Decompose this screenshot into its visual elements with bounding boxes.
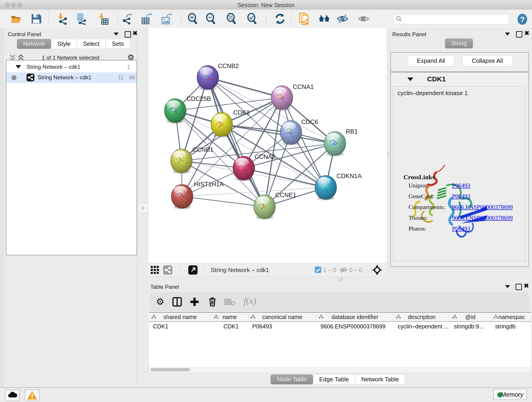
splitter-grip[interactable] xyxy=(139,204,147,212)
crosslink-link[interactable]: 9606.ENSP00000378699 xyxy=(452,215,513,221)
refresh-icon[interactable] xyxy=(274,13,286,25)
network-tree-parent-row[interactable]: String Network – cdk1 1 xyxy=(6,62,137,72)
cloud-button[interactable] xyxy=(5,390,20,401)
splitter-grip[interactable] xyxy=(338,277,343,281)
export-image-icon[interactable] xyxy=(161,13,172,25)
cell--id[interactable]: stringdb:9... xyxy=(454,323,490,330)
panel-close-icon[interactable]: ✖ xyxy=(524,31,530,36)
zoom-out-icon[interactable] xyxy=(205,13,217,25)
help-icon[interactable]: ? xyxy=(516,13,528,25)
node-CDK1[interactable]: CDK1 xyxy=(211,109,250,137)
node-table[interactable]: shared namenamecanonical namedatabase id… xyxy=(149,312,531,367)
gene-description: cyclin–dependent kinase 1 xyxy=(398,89,468,97)
scrollbar-thumb[interactable] xyxy=(151,368,190,371)
eye-icon[interactable] xyxy=(358,13,370,25)
crosslink-row: Pharos:P06493 xyxy=(409,225,523,232)
cell-canonical-name[interactable]: P06493 xyxy=(252,323,315,330)
node-HIST1H1A[interactable]: HIST1H1A xyxy=(171,181,224,209)
panel-menu-icon[interactable] xyxy=(505,32,510,36)
gene-section-header[interactable]: CDK1 xyxy=(391,72,528,86)
crosslink-link[interactable]: P06493 xyxy=(452,182,470,189)
delete-column-icon[interactable] xyxy=(207,296,217,307)
hidden-eye-slash-icon xyxy=(339,266,347,274)
cell-namespac[interactable]: stringdb xyxy=(495,323,531,330)
crosslink-link[interactable]: P06493 xyxy=(452,225,470,232)
open-in-new-window-icon[interactable] xyxy=(188,265,197,274)
delete-table-icon[interactable] xyxy=(224,298,235,306)
tab-network-table[interactable]: Network Table xyxy=(355,375,405,384)
tab-network[interactable]: Network xyxy=(17,39,51,49)
tab-node-table[interactable]: Node Table xyxy=(271,375,313,384)
add-column-icon[interactable] xyxy=(190,297,200,307)
tab-string[interactable]: String xyxy=(445,38,473,48)
edge-CCNA2-CDKN1A[interactable] xyxy=(244,168,326,187)
collapse-all-button[interactable]: Collapse All xyxy=(462,56,512,66)
network-canvas[interactable]: CCNB2CCNA1CDC25BCDK1CDC6RB1CCNB1CCNA2CDK… xyxy=(148,28,387,263)
tab-select[interactable]: Select xyxy=(77,39,106,49)
horizontal-splitter[interactable] xyxy=(148,276,532,282)
edge-HIST1H1A-CCNE1[interactable] xyxy=(182,196,265,207)
cell-name[interactable]: CDK1 xyxy=(215,323,247,330)
node-CCNB2[interactable]: CCNB2 xyxy=(197,63,239,90)
eye-slash-icon[interactable] xyxy=(336,13,348,25)
import-database-icon[interactable] xyxy=(75,13,87,25)
cell-description[interactable]: cyclin–dependent ... xyxy=(398,323,448,330)
column-header-description[interactable]: description xyxy=(394,313,450,321)
node-CCNE1[interactable]: CCNE1 xyxy=(254,191,297,219)
node-CDKN1A[interactable]: CDKN1A xyxy=(315,172,362,200)
formula-builder-icon[interactable]: f(x) xyxy=(244,295,256,306)
node-CCNB1[interactable]: CCNB1 xyxy=(171,146,214,173)
column-header-canonical-name[interactable]: canonical name xyxy=(248,313,317,321)
zoom-selected-icon[interactable] xyxy=(246,13,258,25)
table-options-gear-icon[interactable]: ⚙ xyxy=(156,296,164,307)
tab-sets[interactable]: Sets xyxy=(106,39,130,49)
tab-edge-table[interactable]: Edge Table xyxy=(313,375,355,384)
panel-float-icon[interactable] xyxy=(125,31,131,38)
cell-shared-name[interactable]: CDK1 xyxy=(153,323,210,330)
panel-menu-icon[interactable] xyxy=(114,32,119,36)
network-graph[interactable]: CCNB2CCNA1CDC25BCDK1CDC6RB1CCNB1CCNA2CDK… xyxy=(148,28,387,263)
save-icon[interactable] xyxy=(30,13,42,25)
column-header-database-identifier[interactable]: database identifier xyxy=(317,313,394,321)
crosslink-link[interactable]: 9606.ENSP00000378699 xyxy=(452,204,513,211)
tab-style[interactable]: Style xyxy=(51,39,77,49)
cell-database-identifier[interactable]: 9606.ENSP00000378699 xyxy=(321,323,392,330)
panel-close-icon[interactable]: ✖ xyxy=(524,283,529,288)
homes-icon[interactable] xyxy=(318,13,330,25)
column-header-shared-name[interactable]: shared name xyxy=(149,313,211,321)
expand-all-button[interactable]: Expand All xyxy=(408,56,454,66)
panel-float-icon[interactable] xyxy=(516,31,522,38)
export-network-icon[interactable] xyxy=(121,13,133,25)
vertical-splitter-left[interactable] xyxy=(137,28,149,387)
table-horizontal-scrollbar[interactable] xyxy=(149,367,532,373)
import-table-icon[interactable] xyxy=(97,13,109,25)
import-network-icon[interactable] xyxy=(56,13,68,25)
memory-button[interactable]: Memory xyxy=(493,389,527,400)
show-columns-icon[interactable] xyxy=(172,297,182,307)
node-label: RB1 xyxy=(346,128,358,135)
column-header--id[interactable]: @id xyxy=(450,313,491,321)
selected-checkbox-icon[interactable] xyxy=(315,267,321,273)
open-icon[interactable] xyxy=(10,13,22,25)
zoom-fit-icon[interactable] xyxy=(226,13,238,25)
column-header-namespac[interactable]: namespac xyxy=(491,313,532,321)
export-table-icon[interactable] xyxy=(141,13,152,25)
network-tree-row-selected[interactable]: String Network – cdk1 11 48 xyxy=(6,72,137,83)
panel-float-icon[interactable] xyxy=(515,284,522,290)
panel-menu-icon[interactable] xyxy=(505,285,510,288)
grid-view-icon[interactable] xyxy=(150,265,159,274)
node-RB1[interactable]: RB1 xyxy=(324,128,358,156)
warnings-button[interactable] xyxy=(25,390,39,401)
zoom-in-icon[interactable] xyxy=(187,13,199,25)
crosslink-link[interactable]: P06493 xyxy=(452,193,470,200)
search-input[interactable] xyxy=(404,15,505,23)
search-box[interactable] xyxy=(393,14,509,24)
tree-expand-icon[interactable] xyxy=(16,65,21,69)
collapse-section-icon[interactable] xyxy=(407,77,413,81)
duplicate-network-icon[interactable] xyxy=(298,13,310,25)
node-gloss xyxy=(273,87,287,96)
birds-eye-view-icon[interactable] xyxy=(372,265,382,275)
node-gloss xyxy=(317,177,331,185)
column-header-name[interactable]: name xyxy=(211,313,248,321)
network-badge-icon[interactable] xyxy=(163,265,172,274)
